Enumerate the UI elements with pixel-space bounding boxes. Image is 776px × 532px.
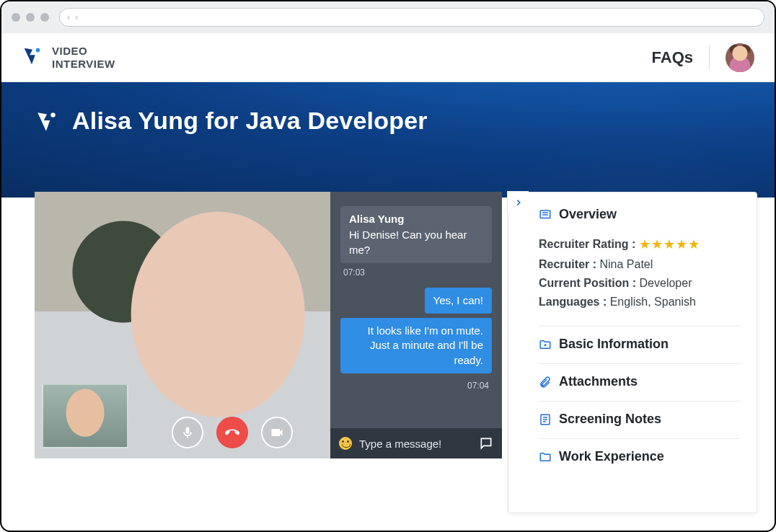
browser-toolbar: ‹ › bbox=[1, 1, 775, 33]
microphone-icon bbox=[180, 425, 195, 440]
folder-icon bbox=[539, 451, 552, 464]
window-maximize-icon[interactable] bbox=[40, 13, 49, 22]
section-work-experience[interactable]: Work Experience bbox=[539, 438, 741, 471]
section-screening-notes[interactable]: Screening Notes bbox=[539, 401, 741, 434]
field-value: Nina Patel bbox=[599, 258, 653, 270]
hero-logo-icon bbox=[35, 110, 59, 137]
notes-icon bbox=[539, 413, 552, 426]
divider bbox=[709, 45, 710, 70]
candidate-info-panel: Overview Recruiter Rating : ★★★★★ Recrui… bbox=[508, 192, 757, 513]
chat-messages[interactable]: Alisa Yung Hi Denise! Can you hear me? 0… bbox=[330, 192, 502, 428]
field-label: Recruiter : bbox=[539, 258, 596, 270]
folder-add-icon bbox=[539, 338, 552, 351]
section-basic-information[interactable]: Basic Information bbox=[539, 326, 741, 359]
recruiter-row: Recruiter : Nina Patel bbox=[539, 258, 741, 271]
chat-panel: Alisa Yung Hi Denise! Can you hear me? 0… bbox=[330, 192, 502, 458]
chat-message-self: Yes, I can! bbox=[425, 288, 493, 314]
brand-line2: INTERVIEW bbox=[52, 58, 115, 70]
field-label: Current Position : bbox=[539, 277, 636, 289]
chat-sender-name: Alisa Yung bbox=[349, 212, 483, 226]
section-label: Screening Notes bbox=[559, 412, 661, 427]
chat-input-row: Type a message! bbox=[330, 428, 502, 458]
star-rating: ★★★★★ bbox=[639, 237, 700, 252]
field-value: English, Spanish bbox=[610, 296, 696, 308]
field-label: Languages : bbox=[539, 296, 607, 308]
recruiter-rating-row: Recruiter Rating : ★★★★★ bbox=[539, 236, 741, 252]
position-row: Current Position : Developer bbox=[539, 277, 741, 290]
app-header: VIDEO INTERVIEW FAQs bbox=[1, 33, 775, 82]
faqs-link[interactable]: FAQs bbox=[652, 48, 693, 67]
address-bar[interactable]: ‹ › bbox=[59, 8, 764, 27]
video-call-panel: Alisa Yung Hi Denise! Can you hear me? 0… bbox=[35, 192, 502, 458]
section-label: Overview bbox=[559, 207, 617, 222]
phone-hangup-icon bbox=[225, 425, 239, 440]
chat-message-self: It looks like I'm on mute. Just a minute… bbox=[340, 318, 492, 373]
emoji-icon[interactable] bbox=[339, 437, 352, 450]
brand-logo-icon bbox=[22, 45, 43, 70]
nav-back-forward-icon[interactable]: ‹ › bbox=[67, 12, 79, 22]
chevron-right-icon bbox=[513, 198, 524, 208]
hangup-button[interactable] bbox=[216, 417, 248, 448]
section-overview[interactable]: Overview bbox=[539, 200, 741, 229]
window-minimize-icon[interactable] bbox=[26, 13, 35, 22]
video-camera-icon bbox=[270, 425, 284, 440]
chat-timestamp: 07:03 bbox=[340, 267, 365, 278]
chat-timestamp: 07:04 bbox=[467, 381, 492, 391]
languages-row: Languages : English, Spanish bbox=[539, 296, 741, 309]
chat-bubble-icon[interactable] bbox=[479, 436, 493, 451]
brand-line1: VIDEO bbox=[52, 45, 115, 57]
overview-icon bbox=[539, 208, 552, 221]
section-label: Work Experience bbox=[559, 449, 664, 464]
page-title: Alisa Yung for Java Developer bbox=[72, 107, 428, 135]
chat-message-text: Hi Denise! Can you hear me? bbox=[349, 228, 483, 257]
svg-point-1 bbox=[50, 112, 55, 117]
chat-message-other: Alisa Yung Hi Denise! Can you hear me? bbox=[340, 206, 492, 263]
brand-name: VIDEO INTERVIEW bbox=[52, 45, 115, 70]
browser-window: ‹ › VIDEO INTERVIEW FAQs Alisa Yung for … bbox=[0, 0, 776, 532]
call-controls bbox=[172, 417, 293, 448]
hero-banner: Alisa Yung for Java Developer bbox=[1, 82, 775, 198]
mute-button[interactable] bbox=[172, 417, 203, 448]
field-value: Developer bbox=[640, 277, 692, 289]
self-video-thumbnail[interactable] bbox=[42, 384, 128, 448]
main-video-feed bbox=[35, 192, 330, 458]
section-attachments[interactable]: Attachments bbox=[539, 363, 741, 396]
brand[interactable]: VIDEO INTERVIEW bbox=[22, 45, 115, 70]
attachment-icon bbox=[539, 376, 552, 389]
field-label: Recruiter Rating : bbox=[539, 238, 635, 250]
svg-point-0 bbox=[36, 48, 40, 52]
panel-collapse-tab[interactable] bbox=[507, 191, 529, 213]
overview-content: Recruiter Rating : ★★★★★ Recruiter : Nin… bbox=[539, 229, 741, 322]
window-controls[interactable] bbox=[12, 13, 49, 22]
section-label: Attachments bbox=[559, 374, 638, 389]
user-avatar[interactable] bbox=[726, 43, 754, 72]
camera-button[interactable] bbox=[261, 417, 293, 448]
section-label: Basic Information bbox=[559, 337, 669, 352]
window-close-icon[interactable] bbox=[12, 13, 20, 22]
chat-input[interactable]: Type a message! bbox=[359, 438, 441, 450]
